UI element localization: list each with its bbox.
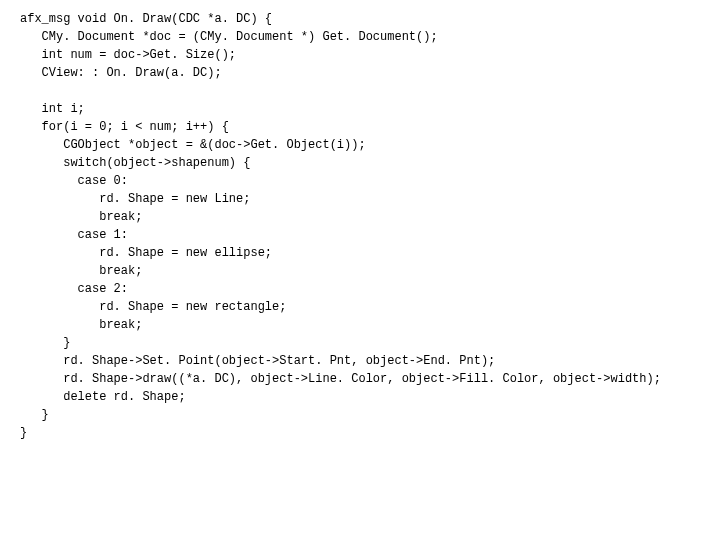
code-block: afx_msg void On. Draw(CDC *a. DC) { CMy.… (0, 0, 720, 442)
